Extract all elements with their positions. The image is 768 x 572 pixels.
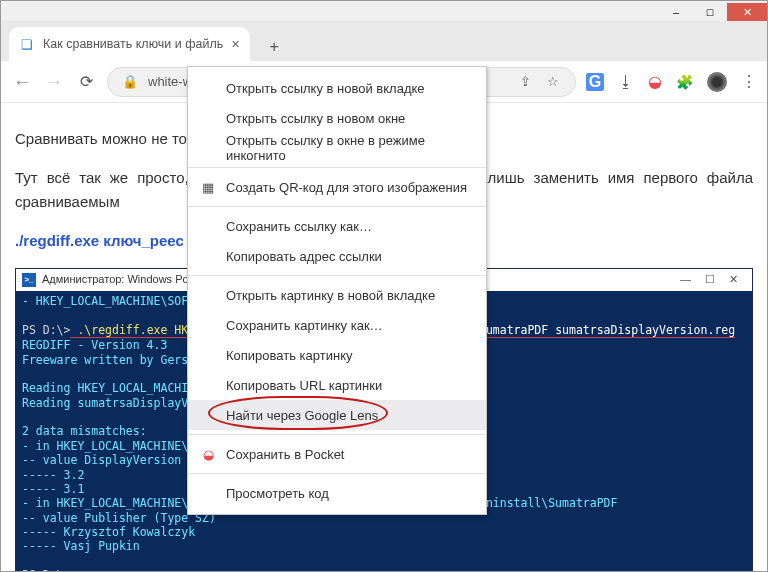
download-icon[interactable]: ⭳: [618, 73, 634, 91]
reload-button[interactable]: ⟳: [75, 71, 97, 93]
nav-back-button[interactable]: ←: [11, 71, 33, 93]
tab-title: Как сравнивать ключи и файль: [43, 37, 223, 51]
qr-icon: ▦: [200, 180, 216, 195]
window-minimize-button[interactable]: [659, 3, 693, 21]
pocket-icon: ◒: [200, 447, 216, 462]
ctx-separator: [188, 434, 486, 435]
toolbar-extensions: G ⭳ ◒ 🧩 ⋮: [586, 72, 757, 92]
powershell-icon: >_: [22, 273, 36, 287]
ctx-create-qr[interactable]: ▦Создать QR-код для этого изображения: [188, 172, 486, 202]
translate-icon[interactable]: G: [586, 73, 604, 91]
ctx-copy-link-address[interactable]: Копировать адрес ссылки: [188, 241, 486, 271]
terminal-window-buttons: — ☐ ✕: [680, 271, 746, 288]
ctx-separator: [188, 275, 486, 276]
ctx-open-link-new-tab[interactable]: Открыть ссылку в новой вкладке: [188, 73, 486, 103]
share-icon[interactable]: ⇪: [515, 74, 535, 89]
ctx-open-image-new-tab[interactable]: Открыть картинку в новой вкладке: [188, 280, 486, 310]
ctx-separator: [188, 206, 486, 207]
ctx-inspect[interactable]: Просмотреть код: [188, 478, 486, 508]
terminal-close-icon: ✕: [729, 271, 738, 288]
ctx-open-link-new-window[interactable]: Открыть ссылку в новом окне: [188, 103, 486, 133]
ctx-separator: [188, 167, 486, 168]
pocket-icon[interactable]: ◒: [648, 72, 662, 91]
star-icon[interactable]: ☆: [543, 74, 563, 89]
ctx-separator: [188, 473, 486, 474]
ctx-save-link-as[interactable]: Сохранить ссылку как…: [188, 211, 486, 241]
ctx-copy-image-url[interactable]: Копировать URL картинки: [188, 370, 486, 400]
ctx-open-link-incognito[interactable]: Открыть ссылку в окне в режиме инкогнито: [188, 133, 486, 163]
ctx-save-image-as[interactable]: Сохранить картинку как…: [188, 310, 486, 340]
context-menu: Открыть ссылку в новой вкладке Открыть с…: [187, 66, 487, 515]
favicon-icon: ❏: [19, 36, 35, 52]
window-maximize-button[interactable]: [693, 3, 727, 21]
extensions-icon[interactable]: 🧩: [676, 74, 693, 90]
tab-close-icon[interactable]: ✕: [231, 38, 240, 51]
window-close-button[interactable]: [727, 3, 767, 21]
avatar-icon[interactable]: [707, 72, 727, 92]
terminal-maximize-icon: ☐: [705, 271, 715, 288]
window-controls: [1, 1, 767, 21]
nav-forward-button: →: [43, 71, 65, 93]
lock-icon: 🔒: [120, 74, 140, 89]
active-tab[interactable]: ❏ Как сравнивать ключи и файль ✕: [9, 27, 250, 61]
ctx-save-pocket[interactable]: ◒Сохранить в Pocket: [188, 439, 486, 469]
menu-icon[interactable]: ⋮: [741, 72, 757, 91]
ctx-google-lens[interactable]: Найти через Google Lens: [188, 400, 486, 430]
ctx-copy-image[interactable]: Копировать картинку: [188, 340, 486, 370]
terminal-minimize-icon: —: [680, 271, 691, 288]
new-tab-button[interactable]: +: [260, 33, 288, 61]
tab-strip: ❏ Как сравнивать ключи и файль ✕ +: [1, 21, 767, 61]
